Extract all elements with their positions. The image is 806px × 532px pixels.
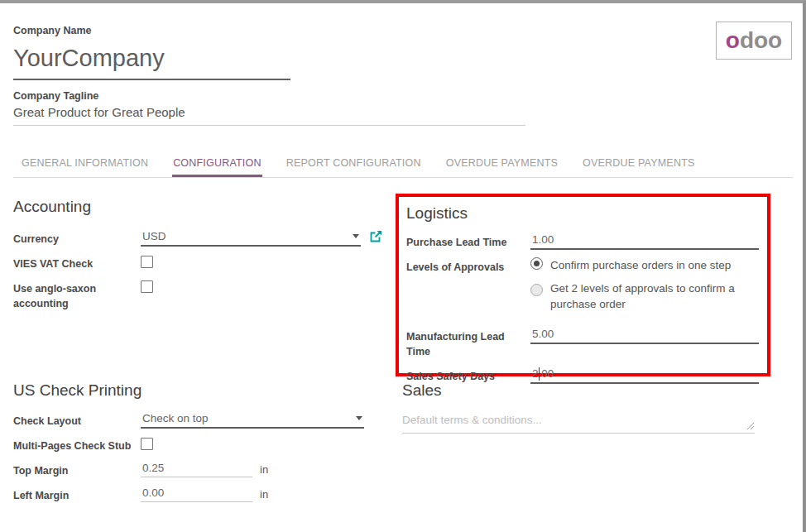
logistics-section-highlight-box: Logistics Purchase Lead Time Levels of A… bbox=[396, 194, 770, 376]
purchase-lead-time-row: Purchase Lead Time bbox=[406, 232, 767, 250]
default-terms-textarea[interactable] bbox=[402, 410, 755, 434]
check-layout-value[interactable] bbox=[142, 412, 353, 424]
company-settings-form: Company Name Company Tagline odoo GENERA… bbox=[0, 0, 806, 532]
approval-option-two-levels-label: Get 2 levels of approvals to confirm a p… bbox=[550, 280, 759, 313]
accounting-title: Accounting bbox=[13, 198, 382, 216]
text-cursor bbox=[539, 367, 540, 381]
accounting-section: Accounting Currency VIES VAT Check bbox=[13, 198, 382, 319]
left-margin-row: Left Margin in bbox=[13, 486, 382, 503]
multi-pages-label: Multi-Pages Check Stub bbox=[13, 436, 141, 453]
sales-section: Sales bbox=[402, 381, 755, 437]
resize-handle-icon[interactable] bbox=[746, 419, 755, 434]
left-margin-label: Left Margin bbox=[13, 486, 141, 503]
company-tagline-label: Company Tagline bbox=[13, 90, 525, 102]
vies-vat-row: VIES VAT Check bbox=[13, 254, 382, 271]
chevron-down-icon[interactable] bbox=[356, 416, 362, 420]
odoo-logo-accent-letter: o bbox=[726, 29, 740, 52]
odoo-logo-rest: doo bbox=[740, 29, 782, 52]
external-link-icon[interactable] bbox=[369, 230, 382, 247]
manufacturing-lead-time-row: Manufacturing Lead Time bbox=[406, 327, 767, 359]
tab-overdue-payments-1[interactable]: OVERDUE PAYMENTS bbox=[445, 156, 559, 177]
multi-pages-row: Multi-Pages Check Stub bbox=[13, 436, 382, 453]
currency-input[interactable] bbox=[142, 230, 349, 242]
left-margin-unit: in bbox=[260, 486, 268, 501]
sales-title: Sales bbox=[402, 381, 755, 400]
check-layout-row: Check Layout bbox=[13, 411, 382, 429]
levels-of-approvals-row: Levels of Approvals Confirm purchase ord… bbox=[406, 257, 767, 319]
tab-report-configuration[interactable]: REPORT CONFIGURATION bbox=[285, 156, 422, 177]
manufacturing-lead-time-field[interactable] bbox=[530, 327, 759, 344]
purchase-lead-time-input[interactable] bbox=[532, 233, 757, 246]
top-margin-label: Top Margin bbox=[13, 461, 141, 478]
approval-option-two-levels[interactable]: Get 2 levels of approvals to confirm a p… bbox=[530, 280, 759, 313]
radio-selected-icon[interactable] bbox=[530, 257, 543, 270]
top-margin-row: Top Margin in bbox=[13, 461, 382, 478]
vies-vat-checkbox[interactable] bbox=[141, 256, 153, 268]
currency-field[interactable] bbox=[141, 229, 361, 247]
check-layout-label: Check Layout bbox=[13, 411, 141, 429]
tab-bar: GENERAL INFORMATION CONFIGURATION REPORT… bbox=[13, 156, 793, 178]
tab-general-information[interactable]: GENERAL INFORMATION bbox=[21, 156, 149, 177]
levels-of-approvals-label: Levels of Approvals bbox=[406, 257, 530, 275]
company-name-label: Company Name bbox=[13, 25, 525, 36]
sales-safety-days-input[interactable] bbox=[532, 367, 757, 380]
anglo-saxon-checkbox[interactable] bbox=[141, 280, 153, 293]
anglo-saxon-row: Use anglo-saxon accounting bbox=[13, 279, 382, 311]
top-margin-input[interactable] bbox=[142, 462, 251, 474]
left-margin-input[interactable] bbox=[142, 486, 251, 499]
tab-configuration[interactable]: CONFIGURATION bbox=[172, 156, 262, 177]
form-header: Company Name Company Tagline bbox=[13, 25, 525, 126]
company-name-field-wrap bbox=[13, 43, 290, 80]
approval-option-one-step-label: Confirm purchase orders in one step bbox=[550, 257, 731, 274]
radio-unselected-icon[interactable] bbox=[530, 284, 543, 296]
left-margin-field[interactable] bbox=[141, 486, 252, 502]
us-check-printing-section: US Check Printing Check Layout Multi-Pag… bbox=[13, 381, 382, 511]
tab-overdue-payments-2[interactable]: OVERDUE PAYMENTS bbox=[582, 156, 695, 177]
anglo-saxon-label: Use anglo-saxon accounting bbox=[13, 279, 141, 311]
chevron-down-icon[interactable] bbox=[353, 234, 359, 238]
odoo-logo: odoo bbox=[716, 22, 792, 60]
multi-pages-checkbox[interactable] bbox=[141, 438, 153, 450]
currency-label: Currency bbox=[13, 229, 141, 247]
top-margin-unit: in bbox=[260, 461, 268, 476]
logistics-title: Logistics bbox=[406, 204, 767, 223]
purchase-lead-time-label: Purchase Lead Time bbox=[406, 232, 530, 250]
us-check-printing-title: US Check Printing bbox=[13, 381, 382, 400]
purchase-lead-time-field[interactable] bbox=[530, 232, 759, 250]
vies-vat-label: VIES VAT Check bbox=[13, 254, 141, 271]
manufacturing-lead-time-label: Manufacturing Lead Time bbox=[406, 327, 530, 359]
check-layout-select[interactable] bbox=[141, 411, 364, 429]
manufacturing-lead-time-input[interactable] bbox=[532, 328, 757, 340]
top-margin-field[interactable] bbox=[141, 461, 252, 477]
company-tagline-input[interactable] bbox=[13, 102, 525, 126]
company-name-input[interactable] bbox=[13, 43, 290, 79]
currency-row: Currency bbox=[13, 229, 382, 247]
approval-option-one-step[interactable]: Confirm purchase orders in one step bbox=[530, 257, 759, 274]
